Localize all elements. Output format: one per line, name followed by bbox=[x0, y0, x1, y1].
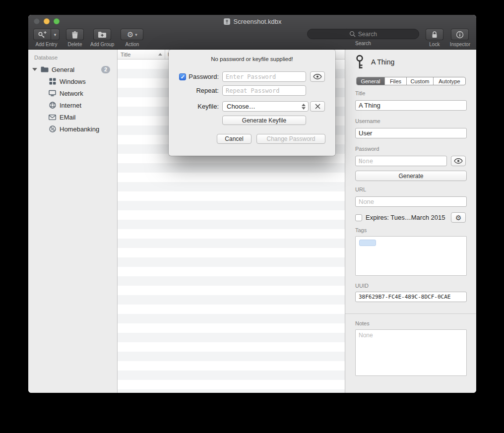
gear-icon: ⚙ bbox=[127, 31, 133, 38]
sidebar-item-label: EMail bbox=[60, 114, 76, 121]
username-field[interactable] bbox=[355, 128, 467, 138]
add-entry-button[interactable] bbox=[33, 29, 51, 40]
notes-field[interactable] bbox=[355, 329, 467, 376]
titlebar[interactable]: Screenshot.kdbx bbox=[28, 15, 476, 28]
network-icon bbox=[48, 90, 57, 97]
action-button[interactable]: ⚙ ▾ bbox=[121, 29, 143, 40]
lock-icon bbox=[431, 31, 438, 39]
password-enabled-checkbox[interactable]: ✓ bbox=[179, 73, 186, 80]
tab-general[interactable]: General bbox=[357, 77, 385, 85]
globe-icon bbox=[48, 102, 57, 109]
toolbar-item-lock: Lock bbox=[426, 29, 443, 47]
cancel-button[interactable]: Cancel bbox=[217, 134, 252, 144]
chevron-down-icon: ▾ bbox=[135, 32, 137, 37]
expires-settings-button[interactable]: ⚙ bbox=[451, 212, 466, 223]
password-input[interactable] bbox=[222, 71, 306, 82]
keyfile-dropdown[interactable]: Choose… bbox=[222, 101, 309, 112]
column-header-title[interactable]: Title bbox=[118, 50, 165, 59]
tags-field[interactable] bbox=[355, 236, 467, 276]
delete-label: Delete bbox=[68, 42, 82, 47]
sidebar-item-label: Network bbox=[60, 90, 83, 97]
password-field[interactable] bbox=[355, 156, 447, 166]
inspector-label: Inspector bbox=[450, 42, 470, 47]
inspector-tabs: General Files Custom Autotype bbox=[356, 77, 466, 85]
toolbar-item-add-entry: ▾ Add Entry bbox=[33, 29, 60, 47]
lock-label: Lock bbox=[429, 42, 440, 47]
password-label: Password: bbox=[189, 71, 219, 82]
reveal-password-button[interactable] bbox=[310, 71, 325, 82]
tab-custom[interactable]: Custom bbox=[407, 77, 434, 85]
tags-label: Tags bbox=[355, 227, 367, 233]
sidebar-item-homebanking[interactable]: Homebanking bbox=[28, 123, 117, 135]
expires-checkbox[interactable] bbox=[355, 214, 362, 221]
sidebar-item-label: Homebanking bbox=[60, 125, 99, 133]
reveal-password-button[interactable] bbox=[451, 156, 466, 166]
inspector-button[interactable] bbox=[451, 29, 469, 40]
key-icon bbox=[355, 55, 364, 69]
sidebar-item-windows[interactable]: Windows bbox=[28, 75, 117, 87]
title-field[interactable] bbox=[355, 100, 467, 111]
tab-autotype[interactable]: Autotype bbox=[434, 77, 465, 85]
window-title: Screenshot.kdbx bbox=[234, 18, 282, 25]
sidebar-item-network[interactable]: Network bbox=[28, 87, 117, 99]
close-button[interactable] bbox=[34, 18, 40, 24]
sidebar-item-label: Windows bbox=[60, 78, 86, 85]
eye-icon bbox=[313, 74, 322, 79]
minimize-button[interactable] bbox=[44, 18, 50, 24]
zoom-button[interactable] bbox=[54, 18, 60, 24]
app-icon bbox=[223, 18, 231, 25]
info-icon bbox=[456, 31, 464, 39]
add-group-label: Add Group bbox=[90, 42, 114, 47]
add-entry-dropdown-button[interactable]: ▾ bbox=[51, 29, 60, 40]
toolbar-item-add-group: Add Group bbox=[90, 29, 114, 47]
gear-icon: ⚙ bbox=[455, 214, 462, 221]
disclosure-triangle-icon[interactable] bbox=[32, 68, 37, 71]
add-entry-label: Add Entry bbox=[36, 42, 58, 47]
add-group-button[interactable] bbox=[93, 29, 111, 40]
change-password-dialog: No password or keyfile supplied! ✓ Passw… bbox=[169, 50, 335, 156]
divider bbox=[345, 313, 476, 314]
sidebar-item-internet[interactable]: Internet bbox=[28, 99, 117, 111]
uuid-field[interactable] bbox=[355, 292, 467, 302]
tag-chip[interactable] bbox=[359, 240, 376, 246]
url-field[interactable] bbox=[355, 196, 467, 207]
generate-button[interactable]: Generate bbox=[355, 171, 467, 181]
lock-button[interactable] bbox=[426, 29, 443, 40]
generate-keyfile-button[interactable]: Generate Keyfile bbox=[222, 116, 306, 125]
chevron-down-icon: ▾ bbox=[54, 32, 57, 37]
toolbar-item-search: Search Search bbox=[307, 29, 419, 46]
entry-title: A Thing bbox=[371, 58, 394, 66]
inspector-header: A Thing bbox=[355, 55, 394, 69]
folder-icon bbox=[40, 66, 49, 72]
repeat-password-input[interactable] bbox=[222, 85, 306, 96]
key-plus-icon bbox=[38, 31, 47, 39]
repeat-label: Repeat: bbox=[169, 85, 219, 96]
expires-row: Expires: Tues…March 2015 bbox=[355, 212, 467, 223]
envelope-icon bbox=[48, 115, 57, 120]
keyfile-value: Choose… bbox=[227, 103, 255, 110]
change-password-button[interactable]: Change Password bbox=[256, 134, 325, 144]
delete-button[interactable] bbox=[66, 29, 84, 40]
sidebar-item-general[interactable]: General 2 bbox=[28, 63, 117, 75]
sidebar-item-email[interactable]: EMail bbox=[28, 111, 117, 123]
toolbar-item-delete: Delete bbox=[66, 29, 84, 47]
search-input[interactable]: Search bbox=[307, 29, 419, 39]
toolbar: ▾ Add Entry Delete bbox=[28, 28, 476, 49]
stepper-icon bbox=[302, 104, 306, 110]
checkmark-icon: ✓ bbox=[181, 74, 185, 80]
inspector-panel: A Thing General Files Custom Autotype Ti… bbox=[345, 50, 476, 393]
clear-keyfile-button[interactable] bbox=[310, 101, 325, 112]
toolbar-item-inspector: Inspector bbox=[450, 29, 470, 47]
dialog-message: No password or keyfile supplied! bbox=[169, 56, 335, 62]
close-x-icon bbox=[315, 104, 320, 109]
trash-icon bbox=[71, 31, 78, 39]
percent-icon bbox=[48, 125, 57, 132]
window-chrome: Screenshot.kdbx bbox=[28, 15, 476, 50]
sidebar-item-label: General bbox=[52, 66, 74, 73]
username-label: Username bbox=[355, 118, 380, 124]
title-group: Screenshot.kdbx bbox=[28, 15, 476, 28]
sort-ascending-icon bbox=[158, 53, 162, 56]
windows-icon bbox=[48, 78, 57, 85]
url-label: URL bbox=[355, 186, 366, 192]
tab-files[interactable]: Files bbox=[385, 77, 407, 85]
